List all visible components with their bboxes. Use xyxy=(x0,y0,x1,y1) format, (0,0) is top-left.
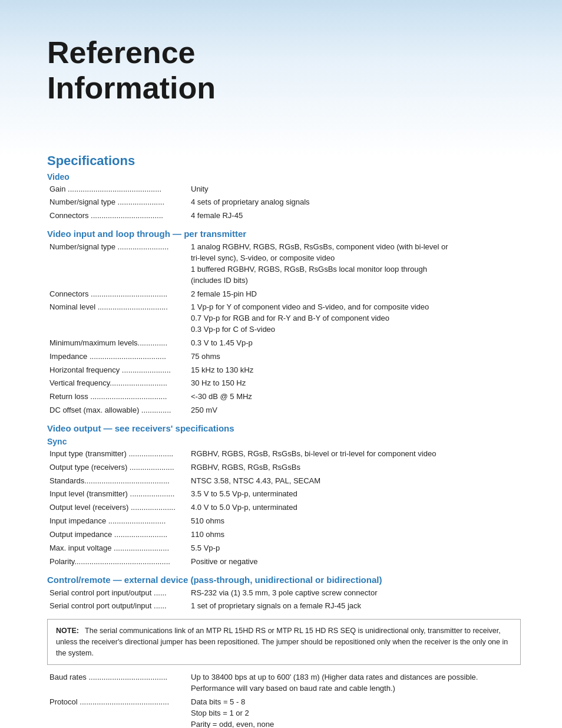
spec-value: 110 ohms xyxy=(189,528,521,542)
table-row: Standards...............................… xyxy=(47,475,521,488)
table-row: Impedance ..............................… xyxy=(47,350,521,364)
table-row: Serial control port output/input ...... … xyxy=(47,599,521,613)
spec-value: 30 Hz to 150 Hz xyxy=(189,377,521,390)
table-row: Number/signal type .....................… xyxy=(47,241,521,287)
spec-label: Number/signal type .....................… xyxy=(47,196,189,209)
video-subtitle: Video xyxy=(47,172,521,182)
spec-label: Gain ...................................… xyxy=(47,183,189,196)
spec-label: Serial control port input/output ...... xyxy=(47,587,189,600)
spec-label: Horizontal frequency ...................… xyxy=(47,364,189,377)
spec-label: DC offset (max. allowable) .............… xyxy=(47,404,189,417)
spec-label: Output level (receivers) ...............… xyxy=(47,501,189,515)
spec-label: Number/signal type .....................… xyxy=(47,241,189,287)
specifications-title: Specifications xyxy=(47,153,521,169)
spec-value: 15 kHz to 130 kHz xyxy=(189,364,521,377)
spec-value: Data bits = 5 - 8 Stop bits = 1 or 2 Par… xyxy=(189,696,521,728)
table-row: Input level (transmitter) ..............… xyxy=(47,487,521,501)
spec-value: 510 ohms xyxy=(189,515,521,528)
spec-value: Positive or negative xyxy=(189,555,521,569)
spec-value: 250 mV xyxy=(189,404,521,417)
spec-value: Up to 38400 bps at up to 600' (183 m) (H… xyxy=(189,671,521,696)
spec-label: Vertical frequency......................… xyxy=(47,377,189,390)
spec-value: 5.5 Vp-p xyxy=(189,542,521,555)
table-row: DC offset (max. allowable) .............… xyxy=(47,404,521,417)
spec-value: 0.3 V to 1.45 Vp-p xyxy=(189,337,521,350)
spec-value: 75 ohms xyxy=(189,350,521,364)
table-row: Return loss ............................… xyxy=(47,390,521,404)
spec-label: Protocol ...............................… xyxy=(47,696,189,728)
spec-label: Input level (transmitter) ..............… xyxy=(47,487,189,501)
table-row: Input type (transmitter) ...............… xyxy=(47,447,521,461)
spec-label: Output type (receivers) ................… xyxy=(47,461,189,475)
spec-value: RGBHV, RGBS, RGsB, RsGsBs xyxy=(189,461,521,475)
spec-value: 2 female 15-pin HD xyxy=(189,288,521,301)
table-row: Horizontal frequency ...................… xyxy=(47,364,521,377)
sync-table: Input type (transmitter) ...............… xyxy=(47,447,521,569)
spec-label: Standards...............................… xyxy=(47,475,189,488)
spec-value: 1 analog RGBHV, RGBS, RGsB, RsGsBs, comp… xyxy=(189,241,521,287)
spec-label: Serial control port output/input ...... xyxy=(47,599,189,613)
specifications-section: Specifications Video Gain ..............… xyxy=(47,153,521,728)
table-row: Output type (receivers) ................… xyxy=(47,461,521,475)
note-label: NOTE: xyxy=(56,627,79,635)
spec-value: 1 Vp-p for Y of component video and S-vi… xyxy=(189,301,521,337)
spec-value: Unity xyxy=(189,183,521,196)
table-row: Input impedance ........................… xyxy=(47,515,521,528)
spec-label: Return loss ............................… xyxy=(47,390,189,404)
table-row: Gain ...................................… xyxy=(47,183,521,196)
page-container: Reference Information Specifications Vid… xyxy=(0,0,562,728)
table-row: Max. input voltage .....................… xyxy=(47,542,521,555)
spec-value: 1 set of proprietary signals on a female… xyxy=(189,599,521,613)
spec-value: RS-232 via (1) 3.5 mm, 3 pole captive sc… xyxy=(189,587,521,600)
spec-value: 3.5 V to 5.5 Vp-p, unterminated xyxy=(189,487,521,501)
spec-label: Baud rates .............................… xyxy=(47,671,189,696)
spec-label: Output impedance .......................… xyxy=(47,528,189,542)
note-box: NOTE: The serial communications link of … xyxy=(47,619,521,665)
table-row: Connectors .............................… xyxy=(47,209,521,223)
video-input-table: Number/signal type .....................… xyxy=(47,241,521,417)
table-row: Baud rates .............................… xyxy=(47,671,521,696)
table-row: Output level (receivers) ...............… xyxy=(47,501,521,515)
table-row: Output impedance .......................… xyxy=(47,528,521,542)
table-row: Serial control port input/output ...... … xyxy=(47,587,521,600)
video-input-title: Video input and loop through — per trans… xyxy=(47,229,521,239)
spec-value: 4 sets of proprietary analog signals xyxy=(189,196,521,209)
spec-label: Input impedance ........................… xyxy=(47,515,189,528)
spec-label: Connectors .............................… xyxy=(47,209,189,223)
control-remote-table: Serial control port input/output ...... … xyxy=(47,587,521,614)
spec-value: RGBHV, RGBS, RGsB, RsGsBs, bi-level or t… xyxy=(189,447,521,461)
page-title: Reference Information xyxy=(47,35,521,106)
spec-label: Input type (transmitter) ...............… xyxy=(47,447,189,461)
spec-label: Max. input voltage .....................… xyxy=(47,542,189,555)
table-row: Vertical frequency......................… xyxy=(47,377,521,390)
spec-value: <-30 dB @ 5 MHz xyxy=(189,390,521,404)
sync-subtitle: Sync xyxy=(47,437,521,446)
table-row: Polarity................................… xyxy=(47,555,521,569)
spec-value: 4.0 V to 5.0 Vp-p, unterminated xyxy=(189,501,521,515)
control-remote-title: Control/remote — external device (pass-t… xyxy=(47,575,521,585)
baud-protocol-table: Baud rates .............................… xyxy=(47,671,521,728)
note-text: The serial communications link of an MTP… xyxy=(56,627,508,657)
table-row: Nominal level ..........................… xyxy=(47,301,521,337)
spec-label: Nominal level ..........................… xyxy=(47,301,189,337)
spec-label: Connectors .............................… xyxy=(47,288,189,301)
table-row: Number/signal type .....................… xyxy=(47,196,521,209)
table-row: Protocol ...............................… xyxy=(47,696,521,728)
video-output-title: Video output — see receivers' specificat… xyxy=(47,423,521,433)
table-row: Connectors .............................… xyxy=(47,288,521,301)
video-table: Gain ...................................… xyxy=(47,183,521,223)
spec-label: Impedance ..............................… xyxy=(47,350,189,364)
spec-value: 4 female RJ-45 xyxy=(189,209,521,223)
spec-label: Minimum/maximum levels.............. xyxy=(47,337,189,350)
spec-value: NTSC 3.58, NTSC 4.43, PAL, SECAM xyxy=(189,475,521,488)
table-row: Minimum/maximum levels.............. 0.3… xyxy=(47,337,521,350)
spec-label: Polarity................................… xyxy=(47,555,189,569)
